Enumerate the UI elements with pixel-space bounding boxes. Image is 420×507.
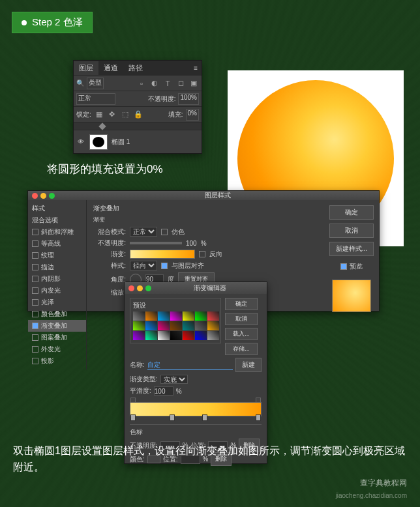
layer-name[interactable]: 椭圆 1 bbox=[112, 138, 130, 147]
color-stop[interactable] bbox=[130, 414, 136, 421]
preset-swatch[interactable] bbox=[133, 311, 145, 321]
tab-layers[interactable]: 图层 bbox=[74, 61, 98, 75]
effect-item[interactable]: 内发光 bbox=[28, 285, 86, 297]
filter-smart-icon[interactable]: ▣ bbox=[188, 78, 199, 89]
minimize-icon[interactable] bbox=[40, 193, 46, 199]
effect-item[interactable]: 描边 bbox=[28, 261, 86, 273]
preset-swatch[interactable] bbox=[158, 321, 170, 330]
effect-checkbox[interactable] bbox=[32, 311, 38, 317]
opacity-slider[interactable] bbox=[130, 242, 182, 244]
effect-item[interactable]: 斜面和浮雕 bbox=[28, 226, 86, 238]
filter-pixel-icon[interactable]: ▫ bbox=[136, 78, 147, 89]
preset-swatch[interactable] bbox=[207, 321, 219, 330]
preset-swatch[interactable] bbox=[145, 321, 157, 330]
preset-swatch[interactable] bbox=[170, 321, 182, 330]
effect-checkbox[interactable] bbox=[32, 264, 38, 270]
panel-menu-icon[interactable]: ≡ bbox=[190, 65, 202, 72]
cancel-button[interactable]: 取消 bbox=[225, 313, 258, 325]
blend-mode-select[interactable]: 正常 bbox=[76, 93, 115, 105]
gradient-ramp[interactable] bbox=[130, 402, 262, 416]
fill-value[interactable]: 0% bbox=[186, 109, 199, 121]
visibility-icon[interactable]: 👁 bbox=[76, 138, 85, 145]
preset-swatch[interactable] bbox=[183, 331, 194, 340]
fill-slider[interactable] bbox=[74, 122, 202, 130]
preset-swatch[interactable] bbox=[170, 331, 182, 340]
color-stop[interactable] bbox=[170, 414, 175, 421]
smooth-input[interactable] bbox=[154, 386, 173, 396]
color-stop[interactable] bbox=[202, 414, 207, 421]
opacity-value[interactable]: 100 bbox=[186, 240, 197, 247]
layer-row[interactable]: 👁 椭圆 1 bbox=[74, 130, 202, 153]
preset-swatch[interactable] bbox=[183, 321, 194, 330]
opacity-stop[interactable] bbox=[256, 398, 261, 403]
effect-item[interactable]: 渐变叠加 bbox=[28, 320, 86, 332]
preview-checkbox[interactable] bbox=[340, 263, 347, 270]
effect-item[interactable]: 颜色叠加 bbox=[28, 308, 86, 320]
new-button[interactable]: 新建 bbox=[235, 358, 262, 372]
effect-checkbox[interactable] bbox=[32, 229, 38, 235]
name-input[interactable]: 自定 bbox=[147, 360, 233, 370]
preset-swatch[interactable] bbox=[133, 321, 145, 330]
effect-item[interactable]: 等高线 bbox=[28, 238, 86, 250]
effect-checkbox[interactable] bbox=[32, 346, 38, 353]
dither-checkbox[interactable] bbox=[161, 229, 168, 235]
preset-swatch[interactable] bbox=[207, 331, 219, 340]
effect-checkbox[interactable] bbox=[32, 358, 38, 364]
zoom-icon[interactable] bbox=[145, 285, 151, 291]
opacity-stop[interactable] bbox=[130, 398, 136, 403]
ok-button[interactable]: 确定 bbox=[329, 205, 374, 220]
effect-checkbox[interactable] bbox=[32, 276, 38, 282]
close-icon[interactable] bbox=[32, 193, 38, 199]
kind-filter[interactable]: 类型 bbox=[87, 78, 104, 89]
effect-checkbox[interactable] bbox=[32, 334, 38, 341]
effect-checkbox[interactable] bbox=[32, 299, 38, 306]
dialog-titlebar[interactable]: 渐变编辑器 bbox=[125, 282, 267, 294]
lock-all-icon[interactable]: 🔒 bbox=[133, 109, 143, 120]
tab-paths[interactable]: 路径 bbox=[123, 61, 148, 75]
ok-button[interactable]: 确定 bbox=[225, 298, 258, 310]
filter-type-icon[interactable]: T bbox=[162, 78, 173, 89]
blend-options-item[interactable]: 混合选项 bbox=[28, 214, 86, 226]
color-stop[interactable] bbox=[256, 414, 261, 421]
preset-swatch[interactable] bbox=[158, 311, 170, 321]
preset-swatch[interactable] bbox=[158, 331, 170, 340]
save-button[interactable]: 存储... bbox=[225, 343, 258, 355]
effect-checkbox[interactable] bbox=[32, 287, 38, 294]
effect-item[interactable]: 光泽 bbox=[28, 297, 86, 308]
effect-checkbox[interactable] bbox=[32, 252, 38, 259]
preset-swatch[interactable] bbox=[145, 311, 157, 321]
filter-adjust-icon[interactable]: ◐ bbox=[149, 78, 160, 89]
reverse-checkbox[interactable] bbox=[199, 251, 205, 257]
tab-channels[interactable]: 通道 bbox=[98, 61, 123, 75]
preset-swatch[interactable] bbox=[145, 331, 157, 340]
style-select[interactable]: 径向 bbox=[130, 261, 157, 270]
layer-thumbnail[interactable] bbox=[89, 134, 108, 150]
minimize-icon[interactable] bbox=[137, 285, 143, 291]
filter-shape-icon[interactable]: ◻ bbox=[175, 78, 186, 89]
effect-checkbox[interactable] bbox=[32, 240, 38, 247]
effect-item[interactable]: 投影 bbox=[28, 355, 86, 367]
gradient-picker[interactable] bbox=[130, 250, 195, 259]
load-button[interactable]: 载入... bbox=[225, 328, 258, 340]
type-select[interactable]: 实底 bbox=[160, 375, 188, 384]
preset-swatch[interactable] bbox=[195, 311, 207, 321]
blend-mode-select[interactable]: 正常 bbox=[130, 227, 157, 237]
preset-swatch[interactable] bbox=[207, 311, 219, 321]
preset-swatch[interactable] bbox=[170, 311, 182, 321]
align-checkbox[interactable] bbox=[161, 263, 168, 269]
lock-position-icon[interactable]: ✥ bbox=[107, 109, 117, 120]
effect-item[interactable]: 图案叠加 bbox=[28, 332, 86, 343]
lock-pixels-icon[interactable]: ▦ bbox=[94, 109, 104, 120]
preset-swatch[interactable] bbox=[195, 331, 207, 340]
effect-item[interactable]: 内阴影 bbox=[28, 273, 86, 285]
opacity-value[interactable]: 100% bbox=[178, 93, 199, 105]
cancel-button[interactable]: 取消 bbox=[329, 224, 374, 238]
dialog-titlebar[interactable]: 图层样式 bbox=[28, 191, 379, 200]
preset-swatch[interactable] bbox=[183, 311, 194, 321]
lock-artboard-icon[interactable]: ⬚ bbox=[120, 109, 130, 120]
preset-swatch[interactable] bbox=[195, 321, 207, 330]
effect-item[interactable]: 纹理 bbox=[28, 250, 86, 261]
zoom-icon[interactable] bbox=[49, 193, 55, 199]
preset-swatch[interactable] bbox=[133, 331, 145, 340]
effect-item[interactable]: 外发光 bbox=[28, 343, 86, 355]
